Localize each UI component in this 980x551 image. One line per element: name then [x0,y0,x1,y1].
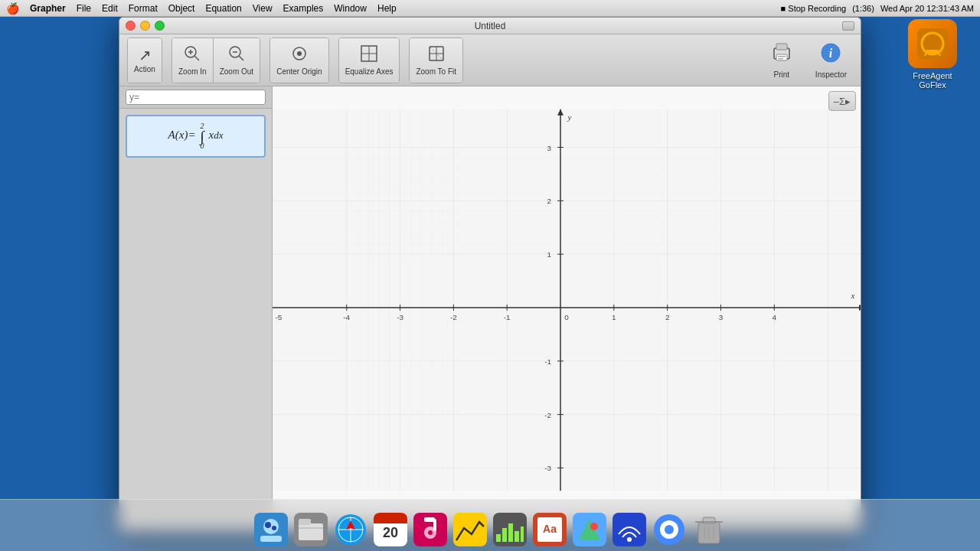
svg-text:-1: -1 [504,313,511,321]
svg-text:-1: -1 [544,357,551,366]
equalize-axes-button[interactable]: Equalize Axes [339,38,400,83]
zoom-to-fit-button[interactable]: Zoom To Fit [410,38,462,83]
menu-object[interactable]: Object [168,3,195,14]
maximize-button[interactable] [155,21,165,31]
svg-text:-3: -3 [397,313,403,321]
svg-text:-2: -2 [544,411,551,419]
dock-activity-monitor[interactable] [492,511,528,548]
center-origin-group: Center Origin [270,37,328,83]
svg-rect-106 [260,536,282,542]
zoom-out-label: Zoom Out [220,67,253,76]
svg-text:20: 20 [383,525,398,540]
svg-rect-24 [778,56,786,57]
dock-dictionary[interactable]: Aa [531,511,568,548]
sigma-icon: –Σ▸ [834,96,851,107]
equalize-axes-group: Equalize Axes [338,37,400,83]
menu-examples[interactable]: Examples [283,3,324,14]
svg-rect-2 [928,50,937,54]
menu-help[interactable]: Help [377,3,397,14]
svg-rect-108 [299,523,323,540]
action-icon: ↗ [139,47,152,63]
menu-edit[interactable]: Edit [102,3,118,14]
dock-itunes[interactable] [412,511,449,548]
svg-text:3: 3 [547,144,552,152]
main-area: A(x)= 2 ∫ 0 xdx –Σ▸ [119,86,861,514]
svg-text:y: y [567,112,572,122]
menu-equation[interactable]: Equation [205,3,241,14]
menu-grapher[interactable]: Grapher [30,3,66,14]
zoom-to-fit-group: Zoom To Fit [409,37,463,83]
dock-network[interactable] [611,511,648,548]
dock-grapher[interactable] [452,511,488,548]
inspector-label: Inspector [815,70,847,79]
equation-card[interactable]: A(x)= 2 ∫ 0 xdx [126,115,266,158]
svg-point-104 [265,522,271,528]
dock-maps[interactable] [571,511,608,548]
svg-rect-25 [778,58,783,60]
svg-text:-5: -5 [276,313,283,321]
svg-point-122 [428,530,433,535]
zoom-in-button[interactable]: Zoom In [172,38,214,83]
svg-rect-125 [453,513,487,546]
inspector-button[interactable]: i Inspector [809,39,853,82]
freeagent-icon[interactable] [908,19,957,68]
menu-window[interactable]: Window [334,3,367,14]
equation-display: A(x)= 2 ∫ 0 xdx [168,121,224,152]
action-group: ↗ Action [127,37,162,83]
sigma-button[interactable]: –Σ▸ [828,91,856,111]
svg-rect-124 [424,517,435,522]
close-button[interactable] [126,21,136,31]
stop-recording-btn[interactable]: ■ Stop Recording [781,4,847,13]
minimize-button[interactable] [140,21,150,31]
svg-text:2: 2 [547,197,552,205]
dock-finder[interactable] [253,511,289,548]
svg-rect-129 [508,523,513,542]
print-label: Print [774,70,790,79]
sidebar: A(x)= 2 ∫ 0 xdx [119,86,273,514]
svg-rect-109 [299,519,311,525]
svg-rect-127 [496,534,501,542]
svg-rect-118 [374,519,407,523]
dock-file-browser[interactable] [292,511,329,548]
center-origin-button[interactable]: Center Origin [270,38,328,83]
svg-text:x: x [851,291,855,300]
svg-rect-130 [514,531,519,542]
svg-text:1: 1 [547,250,552,259]
svg-marker-64 [859,305,861,311]
apple-menu[interactable]: 🍎 [6,2,19,15]
collapse-button[interactable] [842,21,854,31]
equation-input[interactable] [126,90,266,105]
dock-browser2[interactable] [651,511,688,548]
action-button[interactable]: ↗ Action [128,38,162,83]
zoom-in-icon [183,44,201,65]
graph-canvas: -4 -3 -2 -1 1 2 3 [273,86,861,514]
app-window: Untitled ↗ Action Zoom [119,17,861,531]
zoom-out-icon [227,44,246,65]
dock-safari[interactable] [332,511,369,548]
dock-calendar[interactable]: 20 [372,511,409,548]
dock-trash[interactable] [691,511,727,548]
svg-point-139 [627,537,632,542]
menu-view[interactable]: View [253,3,273,14]
menu-file[interactable]: File [77,3,91,14]
svg-text:i: i [829,47,833,60]
menubar-right: ■ Stop Recording (1:36) Wed Apr 20 12:31… [781,4,974,13]
battery-indicator: (1:36) [852,4,874,13]
zoom-in-label: Zoom In [178,67,207,76]
equation-input-row [119,86,272,109]
svg-text:3: 3 [719,313,724,321]
print-button[interactable]: Print [762,39,802,82]
svg-point-137 [590,523,598,530]
svg-text:4: 4 [773,313,777,321]
svg-line-10 [239,57,243,61]
svg-rect-128 [502,528,507,542]
svg-rect-131 [521,527,524,542]
zoom-out-button[interactable]: Zoom Out [214,38,260,83]
titlebar: Untitled [119,18,861,34]
action-label: Action [134,65,155,73]
menu-format[interactable]: Format [129,3,158,14]
graph-area[interactable]: –Σ▸ [273,86,861,514]
print-icon [771,42,792,68]
datetime: Wed Apr 20 12:31:43 AM [880,4,974,13]
menu-bar: 🍎 Grapher File Edit Format Object Equati… [0,0,980,17]
